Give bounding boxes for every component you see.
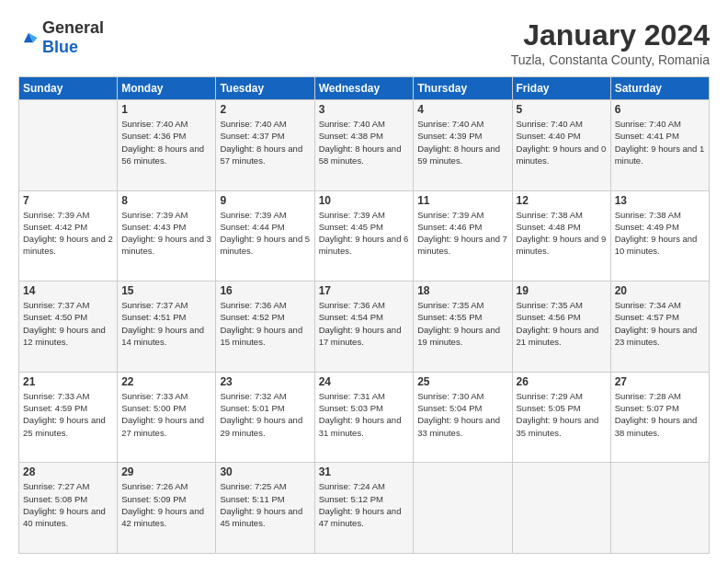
week-row-1: 7Sunrise: 7:39 AMSunset: 4:42 PMDaylight… <box>19 190 710 282</box>
day-info: Sunrise: 7:40 AMSunset: 4:40 PMDaylight:… <box>517 118 607 167</box>
day-info: Sunrise: 7:39 AMSunset: 4:46 PMDaylight:… <box>417 209 507 258</box>
day-info: Sunrise: 7:40 AMSunset: 4:37 PMDaylight:… <box>220 118 310 167</box>
cell-week3-day4: 25Sunrise: 7:30 AMSunset: 5:04 PMDayligh… <box>414 372 512 463</box>
day-number: 13 <box>615 194 705 207</box>
cell-week3-day6: 27Sunrise: 7:28 AMSunset: 5:07 PMDayligh… <box>610 372 709 463</box>
header-saturday: Saturday <box>610 77 709 100</box>
cell-week4-day0: 28Sunrise: 7:27 AMSunset: 5:08 PMDayligh… <box>19 463 118 554</box>
day-info: Sunrise: 7:40 AMSunset: 4:39 PMDaylight:… <box>417 118 507 167</box>
header-sunday: Sunday <box>19 77 118 100</box>
day-number: 28 <box>23 465 113 478</box>
cell-week4-day1: 29Sunrise: 7:26 AMSunset: 5:09 PMDayligh… <box>118 463 216 554</box>
day-info: Sunrise: 7:39 AMSunset: 4:45 PMDaylight:… <box>319 209 410 258</box>
day-info: Sunrise: 7:39 AMSunset: 4:42 PMDaylight:… <box>23 209 113 258</box>
header-thursday: Thursday <box>414 77 512 100</box>
cell-week1-day6: 13Sunrise: 7:38 AMSunset: 4:49 PMDayligh… <box>610 190 709 282</box>
cell-week2-day2: 16Sunrise: 7:36 AMSunset: 4:52 PMDayligh… <box>216 282 314 373</box>
cell-week2-day1: 15Sunrise: 7:37 AMSunset: 4:51 PMDayligh… <box>118 282 216 373</box>
cell-week4-day3: 31Sunrise: 7:24 AMSunset: 5:12 PMDayligh… <box>314 463 414 554</box>
day-number: 30 <box>220 465 310 478</box>
cell-week1-day0: 7Sunrise: 7:39 AMSunset: 4:42 PMDaylight… <box>19 190 118 282</box>
week-row-4: 28Sunrise: 7:27 AMSunset: 5:08 PMDayligh… <box>19 463 710 554</box>
cell-week3-day2: 23Sunrise: 7:32 AMSunset: 5:01 PMDayligh… <box>216 372 314 463</box>
day-info: Sunrise: 7:38 AMSunset: 4:49 PMDaylight:… <box>615 209 705 258</box>
day-number: 26 <box>517 375 607 388</box>
cell-week0-day0 <box>19 100 118 191</box>
cell-week3-day3: 24Sunrise: 7:31 AMSunset: 5:03 PMDayligh… <box>314 372 414 463</box>
day-info: Sunrise: 7:38 AMSunset: 4:48 PMDaylight:… <box>517 209 607 258</box>
day-number: 24 <box>319 375 410 388</box>
cell-week3-day0: 21Sunrise: 7:33 AMSunset: 4:59 PMDayligh… <box>19 372 118 463</box>
header-friday: Friday <box>512 77 610 100</box>
week-row-0: 1Sunrise: 7:40 AMSunset: 4:36 PMDaylight… <box>19 100 710 191</box>
cell-week0-day5: 5Sunrise: 7:40 AMSunset: 4:40 PMDaylight… <box>512 100 610 191</box>
cell-week4-day6 <box>610 463 709 554</box>
day-info: Sunrise: 7:24 AMSunset: 5:12 PMDaylight:… <box>319 480 410 529</box>
day-number: 5 <box>517 103 607 116</box>
day-number: 10 <box>319 194 410 207</box>
day-info: Sunrise: 7:33 AMSunset: 5:00 PMDaylight:… <box>121 390 211 439</box>
cell-week2-day0: 14Sunrise: 7:37 AMSunset: 4:50 PMDayligh… <box>19 282 118 373</box>
day-number: 17 <box>319 284 410 297</box>
day-number: 15 <box>121 284 211 297</box>
cell-week0-day2: 2Sunrise: 7:40 AMSunset: 4:37 PMDaylight… <box>216 100 314 191</box>
title-block: January 2024 Tuzla, Constanta County, Ro… <box>511 18 710 67</box>
day-info: Sunrise: 7:32 AMSunset: 5:01 PMDaylight:… <box>220 390 310 439</box>
day-info: Sunrise: 7:37 AMSunset: 4:50 PMDaylight:… <box>23 299 113 348</box>
day-number: 14 <box>23 284 113 297</box>
day-info: Sunrise: 7:39 AMSunset: 4:43 PMDaylight:… <box>121 209 211 258</box>
day-number: 12 <box>517 194 607 207</box>
day-info: Sunrise: 7:35 AMSunset: 4:56 PMDaylight:… <box>517 299 607 348</box>
header-tuesday: Tuesday <box>216 77 314 100</box>
cell-week2-day4: 18Sunrise: 7:35 AMSunset: 4:55 PMDayligh… <box>414 282 512 373</box>
cell-week2-day5: 19Sunrise: 7:35 AMSunset: 4:56 PMDayligh… <box>512 282 610 373</box>
cell-week1-day2: 9Sunrise: 7:39 AMSunset: 4:44 PMDaylight… <box>216 190 314 282</box>
cell-week1-day1: 8Sunrise: 7:39 AMSunset: 4:43 PMDaylight… <box>118 190 216 282</box>
day-number: 1 <box>121 103 211 116</box>
day-info: Sunrise: 7:33 AMSunset: 4:59 PMDaylight:… <box>23 390 113 439</box>
cell-week0-day1: 1Sunrise: 7:40 AMSunset: 4:36 PMDaylight… <box>118 100 216 191</box>
cell-week1-day3: 10Sunrise: 7:39 AMSunset: 4:45 PMDayligh… <box>314 190 414 282</box>
cell-week1-day4: 11Sunrise: 7:39 AMSunset: 4:46 PMDayligh… <box>414 190 512 282</box>
day-info: Sunrise: 7:40 AMSunset: 4:41 PMDaylight:… <box>615 118 705 167</box>
day-number: 29 <box>121 465 211 478</box>
day-info: Sunrise: 7:35 AMSunset: 4:55 PMDaylight:… <box>417 299 507 348</box>
week-row-2: 14Sunrise: 7:37 AMSunset: 4:50 PMDayligh… <box>19 282 710 373</box>
day-info: Sunrise: 7:37 AMSunset: 4:51 PMDaylight:… <box>121 299 211 348</box>
day-number: 3 <box>319 103 410 116</box>
day-info: Sunrise: 7:40 AMSunset: 4:36 PMDaylight:… <box>121 118 211 167</box>
page: General Blue January 2024 Tuzla, Constan… <box>0 0 728 563</box>
weekday-header-row: Sunday Monday Tuesday Wednesday Thursday… <box>19 77 710 100</box>
day-number: 18 <box>417 284 507 297</box>
cell-week3-day5: 26Sunrise: 7:29 AMSunset: 5:05 PMDayligh… <box>512 372 610 463</box>
day-info: Sunrise: 7:39 AMSunset: 4:44 PMDaylight:… <box>220 209 310 258</box>
day-number: 20 <box>615 284 705 297</box>
day-number: 11 <box>417 194 507 207</box>
day-info: Sunrise: 7:34 AMSunset: 4:57 PMDaylight:… <box>615 299 705 348</box>
day-info: Sunrise: 7:30 AMSunset: 5:04 PMDaylight:… <box>417 390 507 439</box>
day-number: 9 <box>220 194 310 207</box>
day-number: 23 <box>220 375 310 388</box>
day-number: 2 <box>220 103 310 116</box>
day-number: 31 <box>319 465 410 478</box>
cell-week2-day3: 17Sunrise: 7:36 AMSunset: 4:54 PMDayligh… <box>314 282 414 373</box>
day-info: Sunrise: 7:26 AMSunset: 5:09 PMDaylight:… <box>121 480 211 529</box>
location: Tuzla, Constanta County, Romania <box>511 52 710 67</box>
day-info: Sunrise: 7:36 AMSunset: 4:52 PMDaylight:… <box>220 299 310 348</box>
day-info: Sunrise: 7:28 AMSunset: 5:07 PMDaylight:… <box>615 390 705 439</box>
logo-blue: Blue <box>42 38 78 56</box>
day-number: 25 <box>417 375 507 388</box>
day-number: 22 <box>121 375 211 388</box>
day-number: 21 <box>23 375 113 388</box>
header-monday: Monday <box>118 77 216 100</box>
cell-week2-day6: 20Sunrise: 7:34 AMSunset: 4:57 PMDayligh… <box>610 282 709 373</box>
calendar-table: Sunday Monday Tuesday Wednesday Thursday… <box>18 76 710 554</box>
calendar-body: 1Sunrise: 7:40 AMSunset: 4:36 PMDaylight… <box>19 100 710 554</box>
cell-week4-day5 <box>512 463 610 554</box>
day-info: Sunrise: 7:36 AMSunset: 4:54 PMDaylight:… <box>319 299 410 348</box>
day-number: 27 <box>615 375 705 388</box>
cell-week4-day2: 30Sunrise: 7:25 AMSunset: 5:11 PMDayligh… <box>216 463 314 554</box>
day-info: Sunrise: 7:25 AMSunset: 5:11 PMDaylight:… <box>220 480 310 529</box>
day-number: 19 <box>517 284 607 297</box>
logo: General Blue <box>18 18 104 57</box>
